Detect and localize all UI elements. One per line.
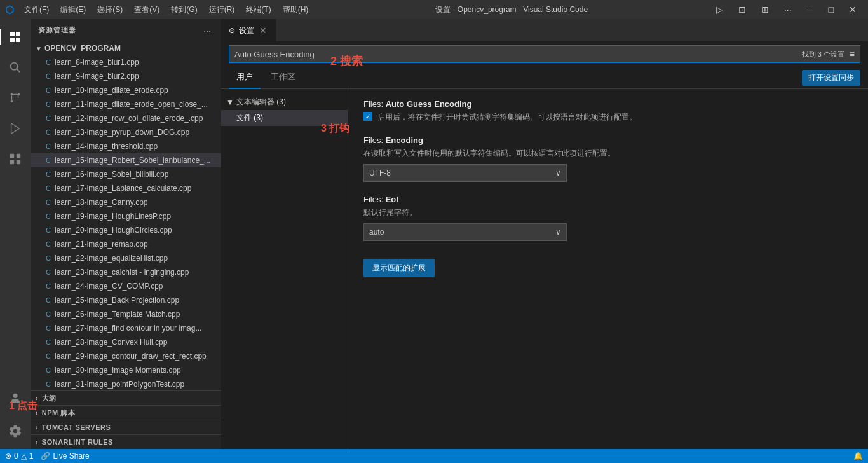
- search-result-count: 找到 3 个设置: [802, 50, 844, 59]
- file-item[interactable]: C learn_29-image_contour_draw_rect_rect.…: [31, 349, 221, 363]
- file-item[interactable]: C learn_31-image_pointPolygonTest.cpp: [31, 377, 221, 390]
- npm-panel-header[interactable]: › NPM 脚本: [31, 406, 221, 420]
- svg-point-4: [11, 63, 18, 70]
- run-icon[interactable]: ▷: [710, 2, 729, 17]
- file-item[interactable]: C learn_24-image_CV_COMP.cpp: [31, 279, 221, 293]
- status-right: 🔔: [853, 452, 863, 460]
- tab-dot-icon: ⊙: [229, 26, 235, 35]
- nav-files[interactable]: 文件 (3): [221, 110, 348, 126]
- settings-nav: ▼ 文本编辑器 (3) 文件 (3): [221, 89, 348, 449]
- file-item[interactable]: C learn_16-image_Sobel_bilibili.cpp: [31, 167, 221, 181]
- eol-dropdown-arrow: ∨: [555, 228, 561, 237]
- settings-body: ▼ 文本编辑器 (3) 文件 (3) Files: Auto Guess Enc…: [221, 89, 868, 449]
- activity-account[interactable]: [0, 383, 31, 413]
- sonarlint-panel-header[interactable]: › SONARLINT RULES: [31, 435, 221, 449]
- file-tree: ▼ OPENCV_PROGRAM C learn_8-image_blur1.c…: [31, 41, 221, 390]
- file-name: learn_19-image_HoughLinesP.cpp: [55, 212, 171, 221]
- cpp-file-icon: C: [46, 254, 51, 262]
- eol-select[interactable]: auto ∨: [363, 223, 567, 241]
- sonarlint-panel: › SONARLINT RULES: [31, 434, 221, 449]
- maximize-button[interactable]: □: [822, 2, 840, 17]
- status-errors[interactable]: ⊗ 0 △ 1: [5, 452, 33, 460]
- file-name: learn_25-image_Back Projection.cpp: [55, 296, 179, 305]
- settings-tabs-row: 用户 工作区 打开设置同步: [221, 67, 868, 89]
- file-item[interactable]: C learn_18-image_Canny.cpp: [31, 195, 221, 209]
- menu-select[interactable]: 选择(S): [92, 2, 128, 18]
- cpp-file-icon: C: [46, 156, 51, 164]
- layout-icon[interactable]: ⊡: [732, 2, 752, 17]
- activity-settings[interactable]: [0, 416, 31, 446]
- file-name: learn_20-image_HoughCircles.cpp: [55, 226, 172, 235]
- file-item[interactable]: C learn_22-image_equalizeHist.cpp: [31, 251, 221, 265]
- file-item[interactable]: C learn_30-image_Image Moments.cpp: [31, 363, 221, 377]
- outline-panel-header[interactable]: › 大纲: [31, 391, 221, 405]
- file-item[interactable]: C learn_23-image_calchist - inginging.cp…: [31, 265, 221, 279]
- minimize-button[interactable]: ─: [801, 2, 820, 17]
- file-name: learn_24-image_CV_COMP.cpp: [55, 282, 163, 291]
- file-item[interactable]: C learn_27-image_find contour in your im…: [31, 321, 221, 335]
- outline-panel: › 大纲: [31, 390, 221, 405]
- window-controls: ▷ ⊡ ⊞ ··· ─ □ ✕: [710, 2, 868, 17]
- activity-bar: [0, 19, 31, 449]
- status-bar: ⊗ 0 △ 1 🔗 Live Share 🔔: [0, 449, 868, 463]
- file-item[interactable]: C learn_9-image_blur2.cpp: [31, 69, 221, 83]
- settings-search-box[interactable]: Auto Guess Encoding 找到 3 个设置 ≡: [229, 45, 860, 63]
- search-filter-icon[interactable]: ≡: [850, 49, 855, 59]
- sidebar-more-actions[interactable]: ···: [201, 24, 214, 37]
- tab-workspace[interactable]: 工作区: [263, 67, 303, 89]
- file-item[interactable]: C learn_10-image_dilate_erode.cpp: [31, 83, 221, 97]
- menu-goto[interactable]: 转到(G): [166, 2, 202, 18]
- status-left: ⊗ 0 △ 1 🔗 Live Share: [5, 452, 90, 460]
- activity-source-control[interactable]: [0, 83, 31, 113]
- tomcat-panel-header[interactable]: › TOMCAT SERVERS: [31, 420, 221, 434]
- auto-guess-checkbox[interactable]: [363, 112, 372, 121]
- file-item[interactable]: C learn_26-image_Template Match.cpp: [31, 307, 221, 321]
- nav-text-editor-label: 文本编辑器 (3): [236, 97, 286, 107]
- file-item[interactable]: C learn_19-image_HoughLinesP.cpp: [31, 209, 221, 223]
- split-editor-icon[interactable]: ⊞: [755, 2, 775, 17]
- activity-debug[interactable]: [0, 113, 31, 144]
- tab-user[interactable]: 用户: [229, 67, 261, 89]
- file-item[interactable]: C learn_28-image_Convex Hull.cpp: [31, 335, 221, 349]
- tab-settings[interactable]: ⊙ 设置 ✕: [221, 19, 276, 41]
- menu-terminal[interactable]: 终端(T): [241, 2, 276, 18]
- show-matching-extensions-button[interactable]: 显示匹配的扩展: [363, 259, 435, 277]
- menu-run[interactable]: 运行(R): [204, 2, 240, 18]
- nav-text-editor[interactable]: ▼ 文本编辑器 (3): [221, 94, 348, 110]
- file-name: learn_8-image_blur1.cpp: [55, 58, 139, 67]
- file-item[interactable]: C learn_13-image_pyrup_down_DOG.cpp: [31, 125, 221, 139]
- file-item[interactable]: C learn_14-image_threshold.cpp: [31, 139, 221, 153]
- open-settings-sync-button[interactable]: 打开设置同步: [802, 70, 860, 86]
- file-item[interactable]: C learn_12-image_row_col_dilate_erode_.c…: [31, 111, 221, 125]
- file-item[interactable]: C learn_8-image_blur1.cpp: [31, 55, 221, 69]
- file-name: learn_10-image_dilate_erode.cpp: [55, 86, 168, 95]
- file-item[interactable]: C learn_25-image_Back Projection.cpp: [31, 293, 221, 307]
- menu-view[interactable]: 查看(V): [129, 2, 165, 18]
- activity-extensions[interactable]: [0, 144, 31, 174]
- cpp-file-icon: C: [46, 73, 51, 80]
- main-container: 资源管理器 ··· ▼ OPENCV_PROGRAM C learn_8-ima…: [0, 19, 868, 449]
- file-item[interactable]: C learn_20-image_HoughCircles.cpp: [31, 223, 221, 237]
- cpp-file-icon: C: [46, 380, 51, 388]
- file-item[interactable]: C learn_17-image_Laplance_calculate.cpp: [31, 181, 221, 195]
- encoding-select[interactable]: UTF-8 ∨: [363, 164, 567, 182]
- menu-help[interactable]: 帮助(H): [278, 2, 314, 18]
- title-bar-left: ⬡ 文件(F) 编辑(E) 选择(S) 查看(V) 转到(G) 运行(R) 终端…: [0, 2, 313, 18]
- more-actions-icon[interactable]: ···: [778, 2, 798, 17]
- status-live-share[interactable]: 🔗 Live Share: [41, 452, 89, 460]
- activity-search[interactable]: [0, 52, 31, 83]
- close-button[interactable]: ✕: [843, 2, 863, 17]
- menu-edit[interactable]: 编辑(E): [55, 2, 91, 18]
- activity-explorer[interactable]: [0, 22, 31, 52]
- tab-close-button[interactable]: ✕: [258, 25, 268, 36]
- project-folder[interactable]: ▼ OPENCV_PROGRAM: [31, 41, 221, 55]
- file-item[interactable]: C learn_11-image_dilate_erode_open_close…: [31, 97, 221, 111]
- menu-file[interactable]: 文件(F): [19, 2, 54, 18]
- status-notifications[interactable]: 🔔: [853, 452, 863, 460]
- file-name: learn_30-image_Image Moments.cpp: [55, 366, 181, 375]
- file-item-active[interactable]: C learn_15-image_Robert_Sobel_lanbulance…: [31, 153, 221, 167]
- setting-encoding: Files: Encoding 在读取和写入文件时使用的默认字符集编码。可以按语…: [363, 135, 853, 182]
- cpp-file-icon: C: [46, 198, 51, 206]
- file-item[interactable]: C learn_21-image_remap.cpp: [31, 237, 221, 251]
- svg-rect-1: [16, 32, 20, 36]
